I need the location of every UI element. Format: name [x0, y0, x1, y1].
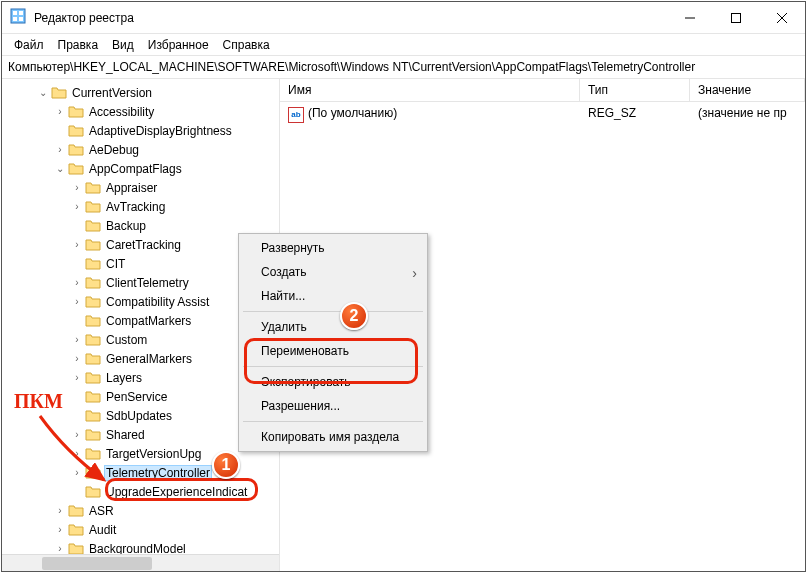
- expand-toggle[interactable]: ›: [70, 334, 84, 345]
- tree-item-label: Audit: [87, 523, 118, 537]
- tree-item-label: CIT: [104, 257, 127, 271]
- menu-edit[interactable]: Правка: [52, 36, 105, 54]
- value-row[interactable]: ab(По умолчанию) REG_SZ (значение не пр: [280, 102, 805, 127]
- tree-item-label: Shared: [104, 428, 147, 442]
- tree-item-label: TelemetryController: [104, 465, 212, 481]
- tree-item-label: Compatibility Assist: [104, 295, 211, 309]
- folder-icon: [85, 199, 101, 215]
- tree-item-label: AvTracking: [104, 200, 167, 214]
- tree-item-adaptivedisplaybrightness[interactable]: AdaptiveDisplayBrightness: [2, 121, 279, 140]
- folder-icon: [68, 161, 84, 177]
- ctx-rename[interactable]: Переименовать: [241, 339, 425, 363]
- tree-item-label: Appraiser: [104, 181, 159, 195]
- tree-item-avtracking[interactable]: ›AvTracking: [2, 197, 279, 216]
- value-data-cell: (значение не пр: [690, 104, 805, 125]
- tree-item-label: TargetVersionUpg: [104, 447, 203, 461]
- tree-item-label: UpgradeExperienceIndicat: [104, 485, 249, 499]
- tree-item-currentversion[interactable]: ⌄CurrentVersion: [2, 83, 279, 102]
- context-menu: Развернуть Создать Найти... Удалить Пере…: [238, 233, 428, 452]
- tree-item-appraiser[interactable]: ›Appraiser: [2, 178, 279, 197]
- folder-icon: [68, 503, 84, 519]
- menu-help[interactable]: Справка: [217, 36, 276, 54]
- col-value[interactable]: Значение: [690, 79, 805, 101]
- folder-icon: [85, 408, 101, 424]
- tree-item-label: CaretTracking: [104, 238, 183, 252]
- expand-toggle[interactable]: ›: [70, 467, 84, 478]
- folder-icon: [51, 85, 67, 101]
- tree-item-label: CurrentVersion: [70, 86, 154, 100]
- tree-item-upgradeexperienceindicat[interactable]: UpgradeExperienceIndicat: [2, 482, 279, 501]
- ctx-copy-key[interactable]: Копировать имя раздела: [241, 425, 425, 449]
- expand-toggle[interactable]: ›: [53, 106, 67, 117]
- svg-rect-6: [732, 13, 741, 22]
- tree-item-label: Layers: [104, 371, 144, 385]
- expand-toggle[interactable]: ›: [53, 144, 67, 155]
- expand-toggle[interactable]: ›: [70, 353, 84, 364]
- ctx-find[interactable]: Найти...: [241, 284, 425, 308]
- folder-icon: [85, 446, 101, 462]
- minimize-button[interactable]: [667, 3, 713, 33]
- tree-h-scrollbar[interactable]: [2, 554, 279, 571]
- ctx-sep3: [243, 421, 423, 422]
- tree-item-asr[interactable]: ›ASR: [2, 501, 279, 520]
- address-bar[interactable]: Компьютер\HKEY_LOCAL_MACHINE\SOFTWARE\Mi…: [2, 56, 805, 79]
- folder-icon: [85, 351, 101, 367]
- expand-toggle[interactable]: ›: [53, 543, 67, 554]
- titlebar: Редактор реестра: [2, 2, 805, 34]
- annotation-badge-2: 2: [340, 302, 368, 330]
- svg-rect-1: [13, 11, 17, 15]
- folder-icon: [68, 104, 84, 120]
- expand-toggle[interactable]: ›: [70, 277, 84, 288]
- value-type-cell: REG_SZ: [580, 104, 690, 125]
- folder-icon: [85, 294, 101, 310]
- ctx-delete[interactable]: Удалить: [241, 315, 425, 339]
- tree-item-label: Backup: [104, 219, 148, 233]
- menu-favorites[interactable]: Избранное: [142, 36, 215, 54]
- tree-item-label: PenService: [104, 390, 169, 404]
- tree-item-label: AppCompatFlags: [87, 162, 184, 176]
- menubar: Файл Правка Вид Избранное Справка: [2, 34, 805, 56]
- col-name[interactable]: Имя: [280, 79, 580, 101]
- tree-item-label: AdaptiveDisplayBrightness: [87, 124, 234, 138]
- folder-icon: [68, 123, 84, 139]
- tree-item-label: Custom: [104, 333, 149, 347]
- col-type[interactable]: Тип: [580, 79, 690, 101]
- tree-item-label: Accessibility: [87, 105, 156, 119]
- folder-icon: [68, 522, 84, 538]
- expand-toggle[interactable]: ⌄: [53, 163, 67, 174]
- tree-item-aedebug[interactable]: ›AeDebug: [2, 140, 279, 159]
- menu-file[interactable]: Файл: [8, 36, 50, 54]
- expand-toggle[interactable]: ›: [53, 505, 67, 516]
- expand-toggle[interactable]: ⌄: [36, 87, 50, 98]
- menu-view[interactable]: Вид: [106, 36, 140, 54]
- tree-item-audit[interactable]: ›Audit: [2, 520, 279, 539]
- string-value-icon: ab: [288, 107, 304, 123]
- expand-toggle[interactable]: ›: [70, 448, 84, 459]
- expand-toggle[interactable]: ›: [70, 201, 84, 212]
- close-button[interactable]: [759, 3, 805, 33]
- expand-toggle[interactable]: ›: [70, 429, 84, 440]
- ctx-create[interactable]: Создать: [241, 260, 425, 284]
- annotation-pkm-label: ПКМ: [14, 390, 63, 413]
- folder-icon: [85, 427, 101, 443]
- expand-toggle[interactable]: ›: [70, 239, 84, 250]
- expand-toggle[interactable]: ›: [53, 524, 67, 535]
- folder-icon: [85, 237, 101, 253]
- app-icon: [10, 8, 26, 27]
- ctx-export[interactable]: Экспортировать: [241, 370, 425, 394]
- scrollbar-thumb[interactable]: [42, 557, 152, 570]
- svg-rect-2: [19, 11, 23, 15]
- svg-rect-3: [13, 17, 17, 21]
- folder-icon: [85, 180, 101, 196]
- expand-toggle[interactable]: ›: [70, 372, 84, 383]
- folder-icon: [85, 332, 101, 348]
- tree-item-accessibility[interactable]: ›Accessibility: [2, 102, 279, 121]
- expand-toggle[interactable]: ›: [70, 296, 84, 307]
- expand-toggle[interactable]: ›: [70, 182, 84, 193]
- ctx-sep2: [243, 366, 423, 367]
- tree-item-appcompatflags[interactable]: ⌄AppCompatFlags: [2, 159, 279, 178]
- maximize-button[interactable]: [713, 3, 759, 33]
- ctx-expand[interactable]: Развернуть: [241, 236, 425, 260]
- tree-item-label: GeneralMarkers: [104, 352, 194, 366]
- ctx-permissions[interactable]: Разрешения...: [241, 394, 425, 418]
